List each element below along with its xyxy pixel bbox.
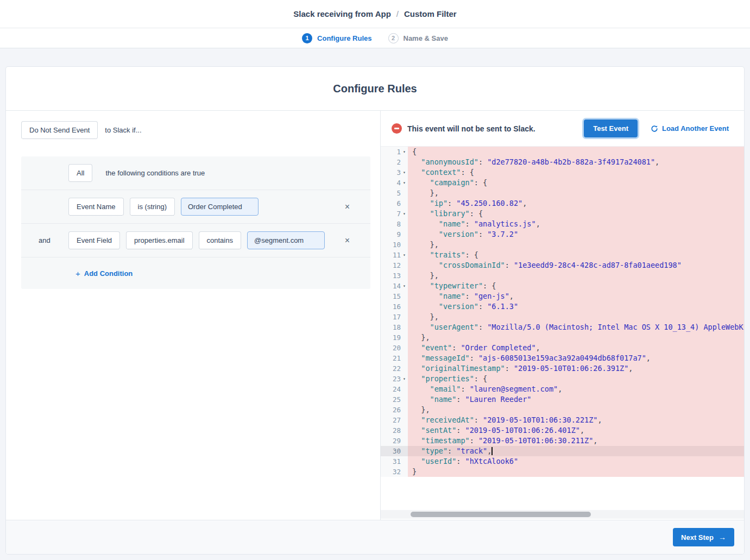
operator-row: All the following conditions are true (21, 156, 370, 190)
fold-toggle-icon[interactable]: ▾ (401, 281, 408, 291)
step-1-label: Configure Rules (317, 34, 371, 42)
code-line[interactable]: 26 }, (381, 405, 744, 415)
code-line[interactable]: 11▾ "traits": { (381, 250, 744, 260)
code-line[interactable]: 23▾ "properties": { (381, 374, 744, 384)
line-number-gutter: 25 (381, 394, 408, 405)
code-line[interactable]: 18 "userAgent": "Mozilla/5.0 (Macintosh;… (381, 322, 744, 332)
code-line[interactable]: 29 "timestamp": "2019-05-10T01:06:30.211… (381, 436, 744, 446)
code-line[interactable]: 21 "messageId": "ajs-6085013e159ac3a92a0… (381, 353, 744, 363)
arrow-right-icon: → (719, 533, 726, 542)
condition-value-input[interactable] (247, 231, 325, 249)
line-number-gutter: 10 (381, 240, 408, 250)
next-step-label: Next Step (681, 533, 714, 542)
step-configure-rules[interactable]: 1 Configure Rules (302, 33, 371, 43)
condition-value-input[interactable] (181, 198, 259, 216)
add-condition-button[interactable]: + Add Condition (75, 269, 133, 278)
horizontal-scrollbar (381, 510, 744, 519)
code-line[interactable]: 13 }, (381, 270, 744, 281)
code-line[interactable]: 22 "originalTimestamp": "2019-05-10T01:0… (381, 363, 744, 374)
load-another-event-label: Load Another Event (662, 124, 729, 133)
fold-toggle-icon[interactable]: ▾ (401, 250, 408, 260)
code-line[interactable]: 5 }, (381, 188, 744, 198)
line-number-gutter: 14▾ (381, 281, 408, 291)
card-header: Configure Rules (6, 67, 744, 111)
code-line[interactable]: 3▾ "context": { (381, 167, 744, 178)
code-line[interactable]: 4▾ "campaign": { (381, 178, 744, 188)
condition-operator-select[interactable]: is (string) (130, 198, 175, 216)
code-line[interactable]: 24 "email": "lauren@segment.com", (381, 384, 744, 394)
code-line[interactable]: 9 "version": "3.7.2" (381, 229, 744, 240)
code-line[interactable]: 31 "userId": "hXtcAlook6" (381, 456, 744, 467)
condition-field-select[interactable]: properties.email (126, 231, 193, 249)
breadcrumb: Slack receiving from App / Custom Filter (293, 9, 456, 18)
editor-empty-area[interactable] (381, 477, 744, 510)
condition-type-select[interactable]: Event Name (68, 198, 124, 216)
wizard-steps-bar: 1 Configure Rules 2 Name & Save (0, 28, 750, 48)
code-line[interactable]: 6 "ip": "45.250.160.82", (381, 198, 744, 209)
code-line[interactable]: 19 }, (381, 332, 744, 343)
operator-select[interactable]: All (68, 164, 92, 182)
remove-condition-icon[interactable]: × (345, 236, 350, 245)
line-number-gutter: 23▾ (381, 374, 408, 384)
blocked-icon (392, 123, 402, 134)
filter-suffix-text: to Slack if... (105, 126, 141, 134)
conjunction-label: and (39, 236, 68, 244)
event-preview-panel: This event will not be sent to Slack. Te… (381, 111, 744, 520)
code-line[interactable]: 30 "type": "track", (381, 446, 744, 456)
code-line[interactable]: 8 "name": "analytics.js", (381, 219, 744, 229)
code-line[interactable]: 25 "name": "Lauren Reeder" (381, 394, 744, 405)
fold-toggle-icon[interactable]: ▾ (401, 209, 408, 219)
line-number-gutter: 26 (381, 405, 408, 415)
add-condition-label: Add Condition (84, 269, 133, 278)
line-number-gutter: 4▾ (381, 178, 408, 188)
step-name-save[interactable]: 2 Name & Save (388, 33, 448, 43)
filter-action-select[interactable]: Do Not Send Event (21, 121, 98, 139)
scrollbar-thumb[interactable] (411, 512, 591, 517)
line-number-gutter: 13 (381, 270, 408, 281)
breadcrumb-page: Custom Filter (404, 9, 457, 18)
line-number-gutter: 32 (381, 467, 408, 477)
code-line[interactable]: 16 "version": "6.1.3" (381, 301, 744, 312)
code-line[interactable]: 15 "name": "gen-js", (381, 291, 744, 301)
code-line[interactable]: 12 "crossDomainId": "1e3eedd9-28c4-428c-… (381, 260, 744, 270)
line-number-gutter: 27 (381, 415, 408, 425)
line-number-gutter: 5 (381, 188, 408, 198)
line-number-gutter: 8 (381, 219, 408, 229)
test-result-message: This event will not be sent to Slack. (407, 124, 535, 133)
line-number-gutter: 17 (381, 312, 408, 322)
code-line[interactable]: 27 "receivedAt": "2019-05-10T01:06:30.22… (381, 415, 744, 425)
step-2-badge: 2 (388, 33, 399, 43)
breadcrumb-source[interactable]: Slack receiving from App (293, 9, 391, 18)
condition-operator-select[interactable]: contains (199, 231, 241, 249)
test-event-button[interactable]: Test Event (584, 119, 638, 137)
conditions-group: All the following conditions are true Ev… (21, 156, 370, 289)
code-line[interactable]: 20 "event": "Order Completed", (381, 343, 744, 353)
remove-condition-icon[interactable]: × (345, 203, 350, 211)
line-number-gutter: 20 (381, 343, 408, 353)
code-line[interactable]: 2 "anonymousId": "d2e77820-a48b-4b2b-882… (381, 157, 744, 167)
fold-toggle-icon[interactable]: ▾ (401, 178, 408, 188)
test-result-bar: This event will not be sent to Slack. Te… (381, 111, 744, 146)
load-another-event-link[interactable]: Load Another Event (651, 124, 729, 133)
code-lines: 1▾{2 "anonymousId": "d2e77820-a48b-4b2b-… (381, 147, 744, 477)
fold-toggle-icon[interactable]: ▾ (401, 147, 408, 157)
line-number-gutter: 30 (381, 446, 408, 456)
code-line[interactable]: 1▾{ (381, 147, 744, 157)
code-line[interactable]: 14▾ "typewriter": { (381, 281, 744, 291)
fold-toggle-icon[interactable]: ▾ (401, 374, 408, 384)
line-number-gutter: 28 (381, 425, 408, 436)
next-step-button[interactable]: Next Step → (673, 528, 734, 546)
code-line[interactable]: 32} (381, 467, 744, 477)
line-number-gutter: 11▾ (381, 250, 408, 260)
line-number-gutter: 16 (381, 301, 408, 312)
line-number-gutter: 6 (381, 198, 408, 209)
fold-toggle-icon[interactable]: ▾ (401, 167, 408, 178)
code-line[interactable]: 10 }, (381, 240, 744, 250)
page-title: Configure Rules (333, 83, 417, 95)
condition-type-select[interactable]: Event Field (68, 231, 120, 249)
line-number-gutter: 12 (381, 260, 408, 270)
code-line[interactable]: 17 }, (381, 312, 744, 322)
json-code-editor[interactable]: 1▾{2 "anonymousId": "d2e77820-a48b-4b2b-… (381, 146, 744, 520)
code-line[interactable]: 28 "sentAt": "2019-05-10T01:06:26.401Z", (381, 425, 744, 436)
code-line[interactable]: 7▾ "library": { (381, 209, 744, 219)
